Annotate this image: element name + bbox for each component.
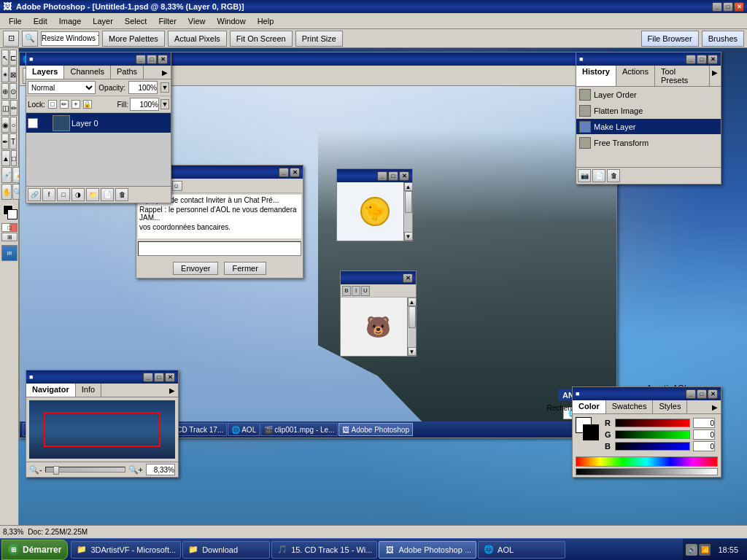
marquee-tool-btn[interactable]: ⊡ [3, 31, 19, 47]
zoom-slider-thumb[interactable] [53, 466, 59, 475]
start-button[interactable]: ⊞ Démarrer [1, 540, 68, 560]
more-palettes-btn[interactable]: More Palettes [102, 31, 165, 47]
taskbar-item-3[interactable]: 🖼 Adobe Photoshop ... [379, 541, 476, 559]
r-slider[interactable] [615, 419, 690, 427]
brushes-btn[interactable]: Brushes [702, 31, 744, 47]
screen-mode-tool[interactable]: ⊞ [1, 233, 18, 241]
magic-wand-tool[interactable]: ✴ [1, 66, 9, 82]
color-spectrum-bar[interactable] [576, 456, 718, 467]
stamp-tool[interactable]: ⊙ [9, 83, 17, 99]
shape-tool[interactable]: □ [11, 150, 17, 166]
tweety-scroll-down[interactable]: ▼ [404, 232, 413, 241]
bear-tb-1[interactable]: B [342, 286, 351, 296]
jump-to-imageready-btn[interactable]: IR [1, 245, 18, 261]
layers-minimize[interactable]: _ [136, 55, 146, 64]
chat-smiley-btn[interactable]: ☺ [172, 181, 182, 191]
file-browser-btn[interactable]: File Browser [641, 31, 699, 47]
menu-file[interactable]: File [3, 13, 28, 28]
tab-actions[interactable]: Actions [616, 66, 655, 86]
print-size-btn[interactable]: Print Size [295, 31, 343, 47]
history-maximize[interactable]: □ [697, 55, 707, 64]
blend-mode-select[interactable]: Normal [28, 81, 96, 94]
chat-close-btn[interactable]: ✕ [290, 168, 300, 177]
ps-minimize-btn[interactable]: _ [712, 2, 722, 12]
type-tool[interactable]: T [9, 133, 17, 149]
color-fg-swatch[interactable] [583, 424, 599, 440]
dodge-tool[interactable]: ○ [10, 117, 17, 133]
bear-scroll-thumb[interactable] [409, 306, 416, 328]
tray-icon-2[interactable]: 📶 [699, 544, 711, 556]
lock-transparent-btn[interactable]: □ [48, 100, 57, 109]
menu-filter[interactable]: Filter [152, 13, 182, 28]
taskbar-item-2[interactable]: 🎵 15. CD Track 15 - Wi... [271, 541, 377, 559]
path-selection-tool[interactable]: ▲ [1, 150, 10, 166]
tab-tool-presets[interactable]: Tool Presets [655, 66, 710, 86]
inner-taskbar-item-5[interactable]: 🎬 clip001.mpg - Le... [260, 423, 338, 436]
navigator-panel-menu-btn[interactable]: ▶ [166, 384, 178, 397]
new-doc-from-state-btn[interactable]: 📄 [592, 169, 605, 182]
layers-maximize[interactable]: □ [147, 55, 157, 64]
inner-taskbar-item-4[interactable]: 🌐 AOL [228, 423, 260, 436]
taskbar-item-0[interactable]: 📁 3DArtistVF - Microsoft... [71, 541, 181, 559]
layer-0-row[interactable]: 👁 Layer 0 [26, 113, 171, 133]
blur-tool[interactable]: ◉ [1, 117, 9, 133]
lock-image-btn[interactable]: ✏ [60, 100, 69, 109]
menu-select[interactable]: Select [119, 13, 153, 28]
color-maximize[interactable]: □ [697, 389, 707, 399]
b-slider[interactable] [615, 442, 690, 451]
chat-minimize-btn[interactable]: _ [279, 168, 289, 177]
color-close[interactable]: ✕ [708, 389, 718, 399]
link-layers-btn[interactable]: 🔗 [28, 188, 41, 201]
zoom-tool-btn[interactable]: 🔍 [22, 31, 38, 47]
navigator-maximize[interactable]: □ [154, 373, 164, 382]
history-panel-menu-btn[interactable]: ▶ [710, 66, 721, 79]
brush-tool[interactable]: ✏ [10, 100, 18, 116]
r-input[interactable] [693, 418, 715, 428]
quick-mask-tool[interactable]: □ [1, 223, 18, 232]
delete-layer-btn[interactable]: 🗑 [115, 188, 128, 201]
bear-tb-2[interactable]: I [352, 286, 360, 296]
new-adjustment-btn[interactable]: ◑ [71, 188, 85, 201]
tab-paths[interactable]: Paths [111, 66, 144, 79]
tab-swatches[interactable]: Swatches [606, 400, 654, 413]
ps-restore-btn[interactable]: □ [723, 2, 733, 12]
fit-on-screen-btn[interactable]: Fit On Screen [230, 31, 293, 47]
tab-styles[interactable]: Styles [653, 400, 687, 413]
menu-view[interactable]: View [182, 13, 212, 28]
history-minimize[interactable]: _ [686, 55, 696, 64]
menu-window[interactable]: Window [212, 13, 252, 28]
bear-scroll-down[interactable]: ▼ [408, 347, 417, 356]
zoom-slider[interactable] [45, 467, 125, 472]
chat-input[interactable] [138, 241, 301, 256]
taskbar-item-1[interactable]: 📁 Download [182, 541, 270, 559]
g-input[interactable] [693, 429, 715, 440]
menu-image[interactable]: Image [53, 13, 88, 28]
move-tool[interactable]: ↖ [1, 50, 9, 66]
navigator-view-rect[interactable] [44, 412, 160, 447]
tweety-scroll-up[interactable]: ▲ [404, 182, 413, 191]
tab-color[interactable]: Color [573, 400, 606, 413]
tab-navigator[interactable]: Navigator [26, 384, 76, 397]
menu-edit[interactable]: Edit [28, 13, 53, 28]
lock-all-btn[interactable]: 🔒 [83, 100, 92, 109]
ps-close-btn[interactable]: ✕ [734, 2, 744, 12]
zoom-out-btn[interactable]: 🔍- [29, 465, 42, 475]
resize-windows-input[interactable] [41, 31, 99, 46]
navigator-close[interactable]: ✕ [165, 373, 175, 382]
actual-pixels-btn[interactable]: Actual Pixels [168, 31, 227, 47]
tweety-maximize[interactable]: □ [388, 171, 398, 181]
delete-state-btn[interactable]: 🗑 [607, 169, 620, 182]
add-style-btn[interactable]: f [42, 188, 55, 201]
eraser-tool[interactable]: ◫ [1, 100, 9, 116]
tab-info[interactable]: Info [76, 384, 101, 397]
history-item-3[interactable]: Free Transform [576, 135, 721, 151]
opacity-input[interactable] [128, 81, 158, 94]
history-close[interactable]: ✕ [708, 55, 718, 64]
chat-send-btn[interactable]: Envoyer [173, 262, 218, 275]
layers-panel-menu-btn[interactable]: ▶ [159, 66, 171, 79]
color-panel-menu-btn[interactable]: ▶ [709, 400, 721, 413]
zoom-in-btn[interactable]: 🔍+ [128, 465, 143, 475]
navigator-minimize[interactable]: _ [143, 373, 153, 382]
history-item-2[interactable]: Make Layer [576, 119, 721, 135]
bear-scroll-up[interactable]: ▲ [408, 298, 417, 306]
